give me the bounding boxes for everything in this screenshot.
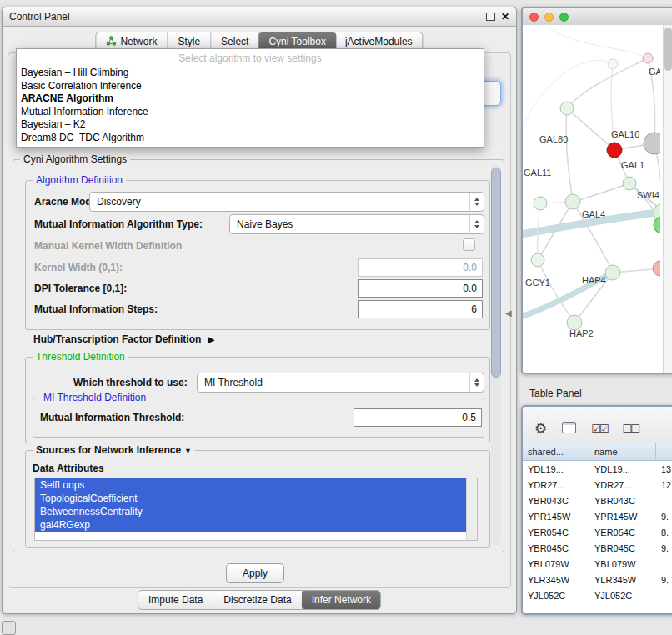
table-toolbar: ⚙ ☑☑ ☐☐ — [523, 407, 672, 443]
tab-discretize-data[interactable]: Discretize Data — [213, 591, 302, 609]
settings-scrollbar-thumb[interactable] — [491, 168, 501, 378]
table-row[interactable]: YER054C YER054C 8. — [523, 524, 672, 540]
network-node[interactable] — [565, 194, 580, 209]
network-edge[interactable] — [538, 260, 574, 322]
network-node[interactable] — [643, 53, 653, 63]
table-row[interactable]: YBR045C YBR045C 9. — [523, 540, 672, 556]
table-row[interactable]: YDR27... YDR27... 12 — [523, 477, 672, 492]
network-canvas[interactable]: GAL80GAL10GAL11GAL1SWI4GAL4GCY1HAP4HAP2G… — [523, 25, 664, 372]
zoom-traffic-light-icon[interactable] — [559, 12, 569, 22]
manual-kernel-checkbox[interactable] — [463, 238, 475, 251]
cell-shared-name: YJL052C — [523, 591, 589, 601]
network-node[interactable] — [653, 261, 660, 276]
float-window-icon[interactable] — [486, 12, 495, 21]
column-header-extra[interactable] — [656, 443, 672, 460]
column-header-name[interactable]: name — [589, 443, 656, 460]
threshold-definition-group: Threshold Definition Which threshold to … — [25, 357, 490, 443]
dropdown-item[interactable]: Dream8 DC_TDC Algorithm — [17, 132, 484, 145]
sources-group-title[interactable]: Sources for Network Inference▼ — [33, 444, 195, 457]
bottom-tab-bar: Impute Data Discretize Data Infer Networ… — [138, 590, 381, 610]
network-scrollbar-thumb[interactable] — [664, 28, 672, 71]
table-row[interactable]: YDL19... YDL19... 13 — [523, 461, 672, 477]
table-row[interactable]: YJL052C YJL052C — [523, 588, 672, 603]
close-traffic-light-icon[interactable] — [529, 12, 539, 22]
dpi-tolerance-field[interactable]: 0.0 — [358, 279, 483, 298]
cell-shared-name: YLR345W — [523, 575, 589, 585]
dropdown-placeholder-item[interactable]: Select algorithm to view settings — [17, 49, 484, 67]
attribute-list-item[interactable]: BetweennessCentrality — [35, 505, 477, 518]
attribute-list-item[interactable]: SelfLoops — [35, 478, 477, 492]
mi-steps-label: Mutual Information Steps: — [34, 303, 158, 315]
algorithm-definition-group: Algorithm Definition Aracne Mode: Discov… — [25, 180, 490, 330]
attributes-listbox[interactable]: SelfLoopsTopologicalCoefficientBetweenne… — [34, 478, 478, 541]
apply-button-label: Apply — [243, 568, 268, 579]
mi-threshold-field[interactable]: 0.5 — [354, 408, 482, 427]
column-header-shared-name[interactable]: shared... — [523, 443, 589, 460]
combobox-stepper-icon — [469, 192, 484, 211]
dropdown-item[interactable]: Bayesian – K2 — [17, 118, 484, 132]
cell-extra: 9. — [656, 543, 672, 553]
minimize-traffic-light-icon[interactable] — [544, 12, 554, 22]
network-node[interactable] — [623, 177, 636, 190]
kernel-width-field[interactable]: 0.0 — [358, 258, 483, 277]
dropdown-item[interactable]: Basic Correlation Inference — [17, 80, 484, 93]
table-settings-gear-icon[interactable]: ⚙ — [534, 422, 547, 436]
background-window-stub[interactable] — [2, 621, 16, 635]
cell-name: YDL19... — [589, 464, 656, 474]
network-node-label: GCY1 — [525, 278, 550, 288]
network-node-label: GAL4 — [582, 209, 605, 219]
cell-extra: 9. — [656, 575, 672, 585]
panel-collapse-arrow-icon[interactable]: ◀ — [505, 308, 512, 318]
tab-label: jActiveModules — [345, 36, 413, 48]
show-columns-icon[interactable] — [562, 422, 576, 436]
mi-steps-field[interactable]: 6 — [358, 300, 483, 318]
table-row[interactable]: YLR345W YLR345W 9. — [523, 572, 672, 588]
collapse-down-icon[interactable]: ▼ — [184, 447, 192, 455]
network-node[interactable] — [534, 197, 547, 210]
field-value: 0.0 — [463, 282, 477, 294]
table-row[interactable]: YBL079W YBL079W — [523, 556, 672, 572]
network-window-titlebar[interactable] — [523, 8, 672, 26]
attribute-list-item[interactable]: TopologicalCoefficient — [35, 492, 477, 505]
attributes-list-scrollbar[interactable] — [466, 478, 477, 540]
tab-infer-network[interactable]: Infer Network — [302, 591, 381, 609]
dropdown-item[interactable]: Mutual Information Inference — [17, 106, 484, 119]
cell-extra: 9. — [656, 512, 672, 522]
sources-group: Sources for Network Inference▼ Data Attr… — [25, 450, 490, 548]
network-edge[interactable] — [574, 183, 629, 202]
network-edge[interactable] — [548, 27, 648, 58]
network-edge[interactable] — [566, 108, 573, 200]
network-node[interactable] — [531, 253, 544, 267]
network-node[interactable] — [607, 142, 622, 158]
network-node[interactable] — [654, 217, 660, 233]
control-panel-titlebar[interactable]: Control Panel ✕ — [3, 8, 516, 27]
hub-definition-section[interactable]: Hub/Transcription Factor Definition ▶ — [33, 333, 215, 345]
expand-right-icon[interactable]: ▶ — [208, 334, 214, 345]
which-threshold-combobox[interactable]: MI Threshold — [197, 372, 484, 392]
table-row[interactable]: YBR043C YBR043C — [523, 492, 672, 508]
mi-type-combobox[interactable]: Naive Bayes — [229, 214, 484, 234]
aracne-mode-combobox[interactable]: Discovery — [89, 192, 484, 212]
tab-label: Discretize Data — [223, 594, 291, 606]
dropdown-item[interactable]: Bayesian – Hill Climbing — [17, 67, 484, 80]
dropdown-item[interactable]: ARACNE Algorithm — [17, 92, 484, 106]
network-vertical-scrollbar[interactable] — [663, 25, 672, 372]
attribute-list-item[interactable]: gal4RGexp — [35, 518, 477, 532]
table-row[interactable]: YPR145W YPR145W 9. — [523, 508, 672, 524]
network-node[interactable] — [608, 59, 618, 69]
network-edge[interactable] — [567, 108, 614, 150]
select-all-columns-icon[interactable]: ☑☑ — [591, 423, 607, 434]
network-node[interactable] — [560, 102, 574, 115]
cell-name: YPR145W — [589, 512, 656, 522]
network-node-label: SWI4 — [637, 190, 659, 200]
unselect-all-columns-icon[interactable]: ☐☐ — [623, 423, 639, 434]
network-node-label: GAL80 — [539, 134, 568, 144]
network-node[interactable] — [644, 132, 660, 154]
apply-button[interactable]: Apply — [226, 563, 284, 583]
tab-label: Impute Data — [148, 594, 203, 606]
close-icon[interactable]: ✕ — [501, 12, 509, 22]
network-node-label: GAL1 — [621, 160, 644, 170]
settings-scrollbar[interactable] — [491, 165, 501, 545]
tab-impute-data[interactable]: Impute Data — [138, 591, 213, 609]
network-node[interactable] — [605, 265, 620, 280]
